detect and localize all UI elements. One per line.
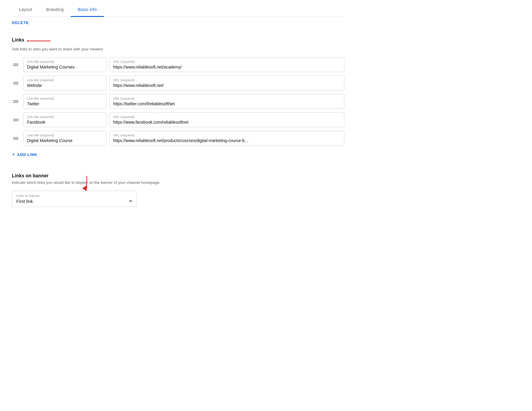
tab-layout[interactable]: Layout (12, 2, 39, 17)
link-url-field[interactable]: URL (required) https://www.reliablesoft.… (109, 57, 344, 72)
link-title-field[interactable]: Link title (required) Facebook (23, 112, 106, 127)
link-url-label: URL (required) (113, 97, 341, 100)
links-title-row: Links (12, 37, 344, 45)
link-title-value: Digital Marketing Course (27, 138, 102, 143)
add-link-label: ADD LINK (17, 152, 37, 157)
link-title-field[interactable]: Link title (required) Twitter (23, 94, 106, 109)
link-url-field[interactable]: URL (required) https://www.reliablesoft.… (109, 131, 344, 146)
banner-section: Links on banner Indicate which links you… (12, 165, 344, 213)
link-title-label: Link title (required) (27, 115, 102, 119)
delete-link[interactable]: DELETE (12, 17, 344, 28)
drag-handle[interactable] (12, 81, 20, 85)
link-rows-container: Link title (required) Digital Marketing … (12, 57, 344, 146)
link-url-value: https://www.facebook.com/reliablesoftnet (113, 120, 341, 125)
tab-basic-info[interactable]: Basic info (71, 2, 104, 17)
drag-handle[interactable] (12, 63, 20, 67)
link-row: Link title (required) Digital Marketing … (12, 57, 344, 72)
link-url-field[interactable]: URL (required) https://www.facebook.com/… (109, 112, 344, 127)
link-title-value: Facebook (27, 120, 102, 125)
banner-description: Indicate which links you would like to d… (12, 180, 344, 185)
link-fields: Link title (required) Digital Marketing … (23, 131, 344, 146)
link-row: Link title (required) Website URL (requi… (12, 76, 344, 90)
link-title-label: Link title (required) (27, 133, 102, 137)
link-row: Link title (required) Digital Marketing … (12, 131, 344, 146)
select-label: Links on banner (16, 194, 132, 197)
link-title-label: Link title (required) (27, 60, 102, 63)
add-link-button[interactable]: + ADD LINK (12, 150, 344, 159)
tab-branding[interactable]: Branding (39, 2, 71, 17)
drag-handle[interactable] (12, 118, 20, 122)
link-title-field[interactable]: Link title (required) Digital Marketing … (23, 131, 106, 146)
link-url-value: https://www.reliablesoft.net/ (113, 83, 341, 88)
chevron-down-icon (129, 200, 132, 202)
links-section: Links Add links to sites you want to sha… (12, 28, 344, 165)
link-fields: Link title (required) Facebook URL (requ… (23, 112, 344, 127)
link-fields: Link title (required) Digital Marketing … (23, 57, 344, 72)
link-title-value: Twitter (27, 101, 102, 106)
drag-handle[interactable] (12, 136, 20, 141)
select-value-row: First link (16, 199, 132, 204)
link-title-label: Link title (required) (27, 78, 102, 82)
banner-title: Links on banner (12, 173, 344, 179)
link-url-label: URL (required) (113, 133, 341, 137)
drag-handle[interactable] (12, 99, 20, 104)
link-title-value: Digital Marketing Courses (27, 65, 102, 69)
tab-bar: Layout Branding Basic info (12, 0, 344, 17)
link-title-label: Link title (required) (27, 97, 102, 100)
add-plus-icon: + (12, 152, 15, 158)
link-url-value: https://www.reliablesoft.net/academy/ (113, 65, 341, 69)
link-url-label: URL (required) (113, 115, 341, 119)
link-url-label: URL (required) (113, 60, 341, 63)
link-url-value: https://www.reliablesoft.net/products/co… (113, 138, 341, 143)
link-title-field[interactable]: Link title (required) Website (23, 76, 106, 90)
select-value: First link (16, 199, 33, 204)
link-row: Link title (required) Twitter URL (requi… (12, 94, 344, 109)
link-url-value: https://twitter.com/ReliablesoftNet (113, 101, 341, 106)
arrow-annotation-links (27, 37, 51, 45)
link-url-label: URL (required) (113, 78, 341, 82)
links-on-banner-select[interactable]: Links on banner First link (12, 191, 137, 207)
link-fields: Link title (required) Website URL (requi… (23, 76, 344, 90)
links-title: Links (12, 37, 24, 43)
link-url-field[interactable]: URL (required) https://twitter.com/Relia… (109, 94, 344, 109)
link-fields: Link title (required) Twitter URL (requi… (23, 94, 344, 109)
banner-select-container: Links on banner First link (12, 191, 137, 207)
arrow-annotation-banner (79, 176, 94, 192)
link-url-field[interactable]: URL (required) https://www.reliablesoft.… (109, 76, 344, 90)
link-title-value: Website (27, 83, 102, 88)
links-description: Add links to sites you want to share wit… (12, 47, 344, 51)
link-row: Link title (required) Facebook URL (requ… (12, 112, 344, 127)
link-title-field[interactable]: Link title (required) Digital Marketing … (23, 57, 106, 72)
